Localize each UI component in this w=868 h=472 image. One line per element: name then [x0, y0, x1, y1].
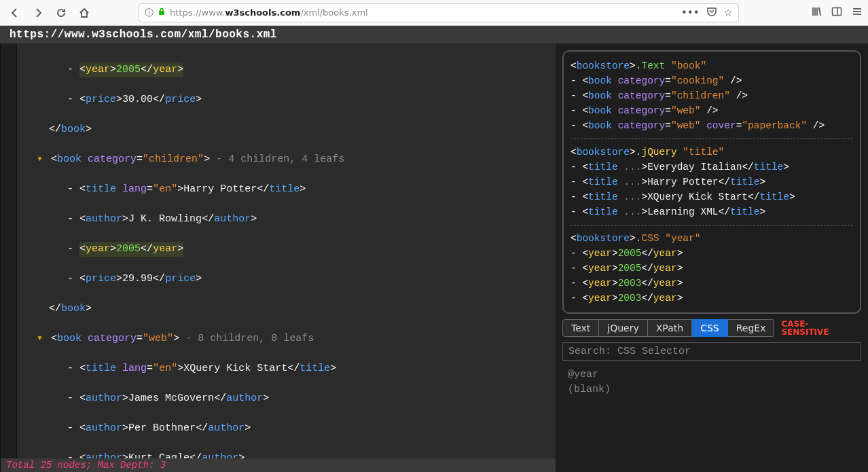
- search-input[interactable]: Search: CSS Selector: [562, 342, 861, 361]
- lock-icon: [158, 7, 166, 18]
- tab-regex[interactable]: RegEx: [728, 319, 775, 337]
- pocket-icon[interactable]: [706, 6, 717, 20]
- gutter: [1, 43, 17, 472]
- tab-jquery[interactable]: jQuery: [599, 319, 647, 337]
- star-icon[interactable]: ☆: [724, 7, 733, 19]
- library-icon[interactable]: [811, 6, 822, 20]
- results-box: <bookstore>.Text "book" - <book category…: [562, 50, 861, 314]
- svg-rect-0: [159, 11, 164, 15]
- svg-rect-1: [833, 7, 842, 15]
- more-icon[interactable]: •••: [681, 7, 700, 19]
- tab-text[interactable]: Text: [562, 319, 599, 337]
- search-history[interactable]: @year (blank): [562, 366, 861, 399]
- home-button[interactable]: [75, 3, 94, 22]
- sidebar-icon[interactable]: [831, 6, 842, 20]
- tab-xpath[interactable]: XPath: [648, 319, 692, 337]
- tab-css[interactable]: CSS: [692, 319, 728, 337]
- page-title: https://www.w3schools.com/xml/books.xml: [0, 26, 868, 43]
- status-bar: Total 25 nodes; Max Depth: 3: [1, 458, 556, 472]
- xml-tree[interactable]: - <year>2005</year> - <price>30.00</pric…: [1, 43, 556, 472]
- url-text: https://www.w3schools.com/xml/books.xml: [170, 7, 677, 18]
- results-pane: <bookstore>.Text "book" - <book category…: [556, 43, 868, 472]
- expander-icon[interactable]: ▾: [37, 152, 45, 167]
- back-button[interactable]: [5, 3, 24, 22]
- reload-button[interactable]: [52, 3, 71, 22]
- browser-toolbar: ⓘ https://www.w3schools.com/xml/books.xm…: [0, 0, 868, 26]
- case-sensitive-label[interactable]: CASE- SENSITIVE: [781, 320, 829, 336]
- selector-tabs: TextjQueryXPathCSSRegEx CASE- SENSITIVE: [562, 319, 861, 337]
- url-bar[interactable]: ⓘ https://www.w3schools.com/xml/books.xm…: [139, 3, 739, 22]
- xml-tree-pane: - <year>2005</year> - <price>30.00</pric…: [0, 43, 556, 472]
- menu-icon[interactable]: [852, 6, 863, 20]
- info-icon: ⓘ: [145, 7, 153, 19]
- forward-button[interactable]: [29, 3, 48, 22]
- expander-icon[interactable]: ▾: [37, 331, 45, 346]
